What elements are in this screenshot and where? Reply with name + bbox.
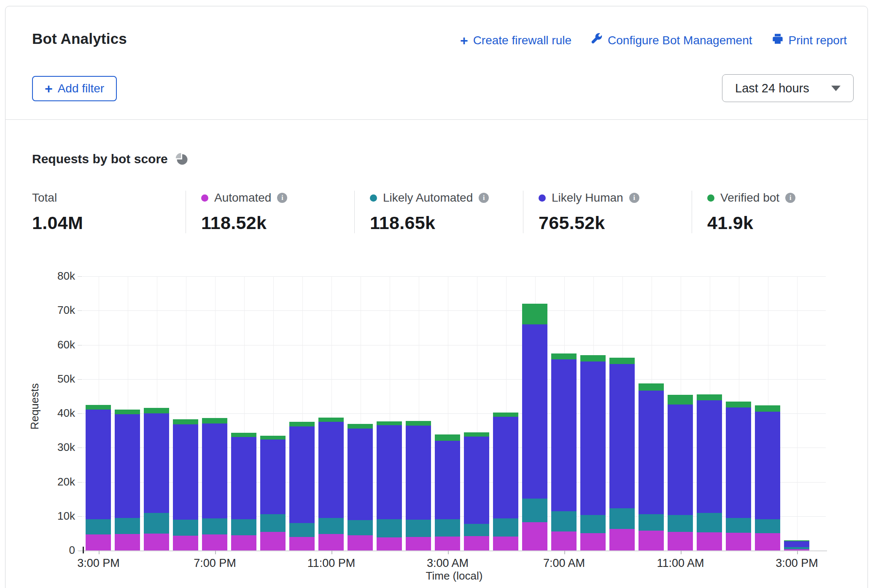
- bar-column[interactable]: [695, 276, 724, 550]
- bar-segment-likely-automated: [522, 499, 547, 522]
- x-tick-mark: [215, 550, 216, 554]
- y-tick-mark: [78, 448, 82, 448]
- bar-segment-likely-automated: [493, 518, 518, 537]
- y-tick-label: 60k: [46, 338, 75, 351]
- bar-column[interactable]: [200, 276, 229, 550]
- bar-column[interactable]: [637, 276, 666, 550]
- bar-segment-likely-automated: [318, 518, 344, 534]
- header-actions: + Create firewall rule Configure Bot Man…: [460, 33, 847, 48]
- bar-segment-automated: [86, 534, 111, 550]
- bar-segment-verified-bot: [551, 353, 577, 359]
- bar-segment-likely-human: [639, 391, 664, 514]
- time-range-value: Last 24 hours: [735, 81, 809, 95]
- bar-column[interactable]: [666, 276, 695, 550]
- bar-segment-likely-human: [580, 361, 606, 515]
- bar-column[interactable]: [608, 276, 637, 550]
- bar-column[interactable]: [259, 276, 288, 550]
- print-report-link[interactable]: Print report: [772, 33, 847, 48]
- bar-segment-automated: [522, 522, 547, 550]
- info-icon[interactable]: i: [785, 193, 795, 203]
- bar-column[interactable]: [433, 276, 462, 550]
- x-tick-label: 3:00 AM: [427, 557, 469, 570]
- bar-segment-automated: [377, 537, 402, 550]
- y-tick-label: 40k: [46, 407, 75, 420]
- bar-column[interactable]: [579, 276, 608, 550]
- info-icon[interactable]: i: [277, 193, 287, 203]
- bar-column[interactable]: [113, 276, 142, 550]
- bar-segment-likely-human: [173, 424, 198, 520]
- bar-column[interactable]: [84, 276, 113, 550]
- bar-column[interactable]: [288, 276, 317, 550]
- bar-segment-likely-automated: [144, 513, 169, 534]
- stacked-bar: [784, 540, 809, 550]
- y-tick-label: 30k: [46, 441, 75, 454]
- bar-column[interactable]: [317, 276, 346, 550]
- time-range-select[interactable]: Last 24 hours: [722, 74, 854, 102]
- stat-likely-human-value: 765.52k: [539, 213, 692, 233]
- wrench-icon: [591, 33, 603, 48]
- stat-likely-human: Likely Human i 765.52k: [523, 191, 692, 233]
- stat-likely-automated: Likely Automated i 118.65k: [354, 191, 523, 233]
- stacked-bar: [435, 434, 460, 550]
- info-icon[interactable]: i: [629, 193, 639, 203]
- x-tick-label: 3:00 PM: [77, 557, 120, 570]
- bar-segment-automated: [726, 533, 751, 550]
- stacked-bar: [348, 424, 373, 550]
- stacked-bar: [697, 394, 722, 551]
- bar-column[interactable]: [550, 276, 579, 550]
- bar-column[interactable]: [346, 276, 375, 550]
- bar-segment-likely-automated: [639, 514, 664, 531]
- bar-segment-verified-bot: [377, 421, 402, 426]
- add-filter-button[interactable]: + Add filter: [32, 76, 117, 101]
- stacked-bar: [580, 355, 606, 550]
- bar-segment-likely-human: [435, 441, 460, 519]
- bar-column[interactable]: [724, 276, 753, 550]
- bar-column[interactable]: [782, 276, 811, 550]
- bar-segment-verified-bot: [726, 402, 751, 408]
- bar-column[interactable]: [520, 276, 550, 550]
- add-filter-label: Add filter: [58, 82, 105, 95]
- bar-segment-likely-human: [697, 400, 722, 513]
- bar-column[interactable]: [753, 276, 782, 550]
- x-tick-mark: [331, 550, 332, 554]
- stacked-bar: [493, 413, 518, 550]
- section-title: Requests by bot score: [32, 152, 168, 166]
- bar-column[interactable]: [229, 276, 259, 550]
- bar-segment-likely-human: [726, 407, 751, 518]
- stacked-bar: [609, 358, 635, 550]
- bar-segment-likely-human: [86, 410, 111, 519]
- y-tick-label: 10k: [46, 510, 75, 523]
- bar-segment-likely-automated: [668, 515, 693, 532]
- y-tick-mark: [78, 276, 82, 277]
- configure-bot-management-link[interactable]: Configure Bot Management: [591, 33, 752, 48]
- bar-column[interactable]: [462, 276, 491, 550]
- x-tick-label: 3:00 PM: [776, 557, 818, 570]
- bar-segment-verified-bot: [348, 424, 373, 429]
- bar-column[interactable]: [404, 276, 433, 550]
- bar-segment-verified-bot: [173, 419, 198, 424]
- y-tick-mark: [78, 482, 82, 483]
- bar-segment-automated: [435, 537, 460, 550]
- bar-column[interactable]: [491, 276, 520, 550]
- y-tick-mark: [78, 379, 82, 380]
- x-tick-mark: [564, 550, 565, 554]
- create-firewall-rule-link[interactable]: + Create firewall rule: [460, 34, 571, 47]
- stat-total: Total 1.04M: [32, 191, 186, 233]
- x-tick-mark: [681, 550, 682, 554]
- bar-segment-likely-human: [464, 437, 489, 523]
- bar-segment-likely-automated: [464, 524, 489, 536]
- stacked-bar: [202, 418, 227, 550]
- x-tick-label: 11:00 AM: [657, 557, 704, 570]
- bar-column[interactable]: [171, 276, 200, 550]
- bar-column[interactable]: [375, 276, 404, 550]
- x-axis-title: Time (local): [426, 569, 483, 583]
- bar-segment-automated: [668, 532, 693, 550]
- stacked-bar: [115, 410, 140, 550]
- info-icon[interactable]: i: [479, 193, 489, 203]
- bar-segment-verified-bot: [522, 304, 547, 324]
- y-tick-mark: [78, 310, 82, 311]
- bar-segment-automated: [173, 536, 198, 550]
- stacked-bar: [668, 395, 693, 550]
- card-header-divider: [5, 6, 868, 120]
- bar-column[interactable]: [142, 276, 171, 550]
